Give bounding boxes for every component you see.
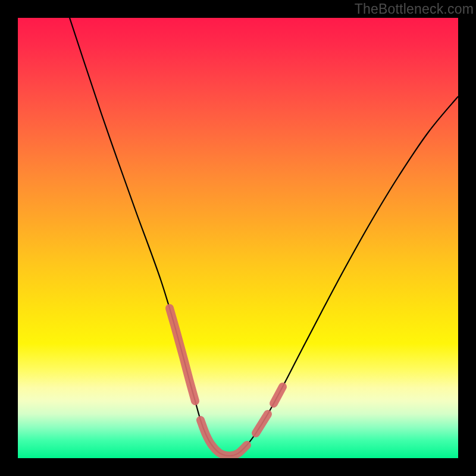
bottleneck-curve [70, 18, 458, 456]
curve-svg [18, 18, 458, 458]
highlight-segment-3 [274, 387, 283, 403]
plot-area [18, 18, 458, 458]
highlight-segment-0 [170, 308, 195, 401]
chart-frame: TheBottleneck.com [0, 0, 476, 476]
highlight-segment-2 [256, 414, 268, 433]
watermark-text: TheBottleneck.com [355, 1, 474, 17]
highlight-segment-1 [201, 420, 247, 456]
